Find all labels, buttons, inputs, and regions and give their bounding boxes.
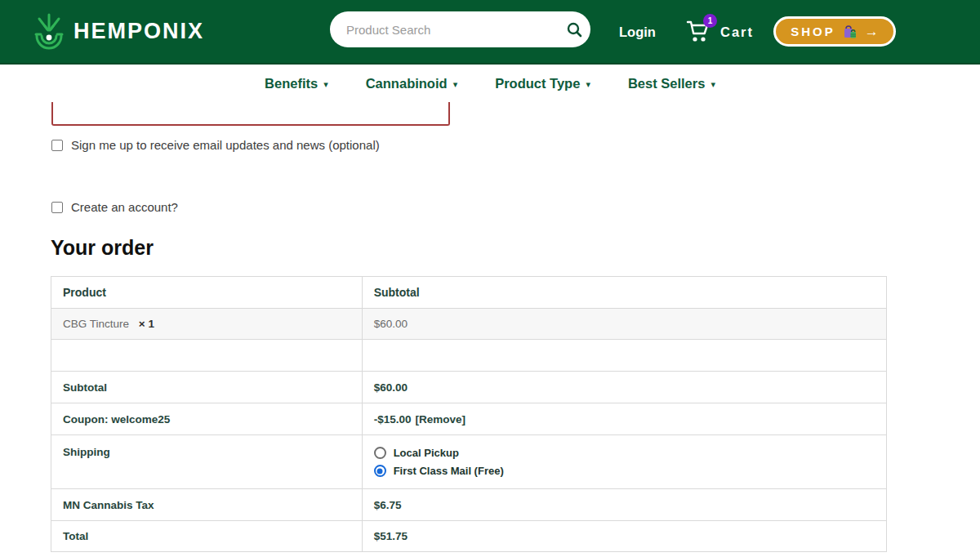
- local-pickup-radio[interactable]: [374, 447, 386, 459]
- total-row: Total $51.75: [51, 521, 887, 552]
- subtotal-row: Subtotal $60.00: [51, 372, 887, 403]
- email-signup-checkbox-row[interactable]: Sign me up to receive email updates and …: [51, 138, 380, 152]
- tax-value: $6.75: [374, 499, 402, 511]
- brand-name: HEMPONIX: [74, 19, 204, 44]
- first-class-mail-radio[interactable]: [374, 465, 386, 477]
- order-heading: Your order: [51, 236, 154, 260]
- cart-button[interactable]: 1 Cart: [686, 0, 754, 65]
- create-account-checkbox[interactable]: [51, 202, 63, 213]
- table-header-row: Product Subtotal: [51, 277, 887, 309]
- shop-button[interactable]: SHOP →: [773, 16, 896, 47]
- empty-row: [51, 340, 887, 372]
- create-account-checkbox-row[interactable]: Create an account?: [51, 200, 178, 214]
- form-field-error[interactable]: [51, 100, 450, 126]
- create-account-label: Create an account?: [71, 200, 178, 214]
- email-signup-checkbox[interactable]: [51, 140, 63, 151]
- shipping-row: Shipping Local Pickup First Class Mail (…: [51, 435, 887, 489]
- chevron-down-icon: ▾: [453, 78, 458, 89]
- coupon-remove-link[interactable]: [Remove]: [415, 413, 466, 426]
- nav-item-benefits[interactable]: Benefits ▾: [265, 76, 328, 91]
- column-header-subtotal: Subtotal: [362, 277, 886, 309]
- product-subtotal: $60.00: [374, 318, 408, 330]
- product-row: CBG Tincture × 1 $60.00: [51, 309, 887, 340]
- hemponix-plant-icon: [33, 12, 65, 51]
- brand-logo[interactable]: HEMPONIX: [33, 12, 204, 51]
- coupon-discount-value: -$15.00: [374, 413, 412, 426]
- search-icon[interactable]: [558, 11, 590, 47]
- subtotal-value: $60.00: [374, 381, 408, 394]
- login-link[interactable]: Login: [619, 0, 656, 65]
- cart-count-badge: 1: [703, 14, 717, 28]
- chevron-down-icon: ▾: [323, 78, 328, 89]
- shopping-bags-icon: [843, 25, 858, 39]
- shipping-label: Shipping: [63, 446, 110, 458]
- nav-item-cannabinoid[interactable]: Cannabinoid ▾: [366, 76, 457, 91]
- shop-button-label: SHOP: [791, 25, 835, 38]
- nav-item-product-type[interactable]: Product Type ▾: [495, 76, 590, 91]
- checkout-page: Sign me up to receive email updates and …: [0, 102, 980, 557]
- product-quantity: × 1: [139, 318, 154, 330]
- site-header: HEMPONIX Login 1 Cart: [0, 0, 980, 65]
- search-input[interactable]: [330, 11, 558, 47]
- order-summary-table: Product Subtotal CBG Tincture × 1 $60.00…: [51, 276, 887, 552]
- arrow-right-icon: →: [865, 25, 879, 38]
- chevron-down-icon: ▾: [586, 78, 590, 89]
- main-nav: Benefits ▾ Cannabinoid ▾ Product Type ▾ …: [0, 65, 980, 102]
- total-label: Total: [63, 530, 88, 542]
- nav-item-best-sellers[interactable]: Best Sellers ▾: [628, 76, 715, 91]
- tax-row: MN Cannabis Tax $6.75: [51, 489, 887, 521]
- coupon-label: Coupon: welcome25: [63, 413, 170, 426]
- coupon-row: Coupon: welcome25 -$15.00[Remove]: [51, 403, 887, 435]
- product-name: CBG Tincture: [63, 318, 129, 330]
- product-search-bar: [330, 11, 590, 47]
- total-value: $51.75: [374, 530, 408, 542]
- subtotal-label: Subtotal: [63, 381, 107, 394]
- tax-label: MN Cannabis Tax: [63, 499, 154, 511]
- shipping-option-first-class-mail[interactable]: First Class Mail (Free): [374, 465, 875, 477]
- column-header-product: Product: [51, 277, 363, 309]
- shipping-option-local-pickup[interactable]: Local Pickup: [374, 447, 875, 459]
- cart-label: Cart: [720, 25, 754, 40]
- chevron-down-icon: ▾: [710, 78, 715, 89]
- email-signup-label: Sign me up to receive email updates and …: [71, 138, 380, 152]
